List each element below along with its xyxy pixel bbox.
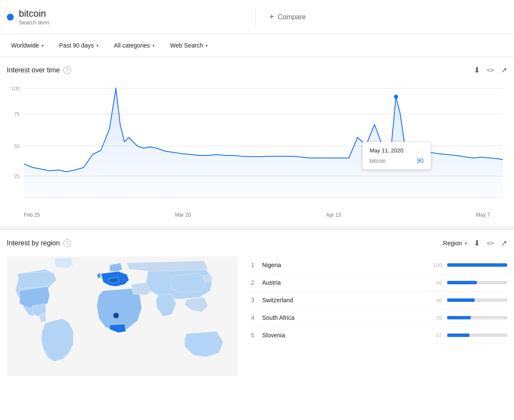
search-type-filter[interactable]: Web Search ▾ bbox=[166, 39, 212, 51]
region-controls: Region ▾ ⬇ <> ↗ bbox=[443, 238, 507, 248]
region-header: Interest by region ? Region ▾ ⬇ <> ↗ bbox=[7, 238, 507, 248]
time-label: Past 90 days bbox=[59, 42, 94, 49]
rank-3-score: 46 bbox=[429, 297, 442, 304]
rank-1-num: 1 bbox=[248, 262, 257, 268]
world-map bbox=[7, 256, 238, 376]
svg-text:50: 50 bbox=[14, 143, 20, 149]
location-dropdown-arrow: ▾ bbox=[42, 43, 44, 48]
ranking-row: 2 Austria 49 bbox=[248, 274, 507, 292]
region-title-area: Interest by region ? bbox=[7, 239, 71, 247]
x-label-4: May 7 bbox=[476, 212, 490, 218]
x-axis-labels: Feb 25 Mar 20 Apr 13 May 7 bbox=[7, 210, 507, 218]
rank-2-bar bbox=[447, 281, 477, 284]
interest-over-time-section: Interest over time ? ⬇ <> ↗ 100 75 50 25 bbox=[0, 57, 514, 226]
svg-text:25: 25 bbox=[14, 173, 20, 179]
search-term-text: bitcoin Search term bbox=[19, 8, 49, 26]
time-dropdown-arrow: ▾ bbox=[96, 43, 99, 48]
rank-5-num: 5 bbox=[248, 332, 257, 339]
rank-4-bar bbox=[447, 316, 471, 319]
region-body: 1 Nigeria 100 2 Austria 49 3 Switzerland… bbox=[7, 256, 507, 378]
category-label: All categories bbox=[114, 42, 150, 49]
help-icon[interactable]: ? bbox=[63, 66, 71, 74]
rank-2-score: 49 bbox=[429, 280, 442, 286]
rank-4-name: South Africa bbox=[262, 314, 424, 321]
section-divider bbox=[0, 226, 514, 230]
rankings-area: 1 Nigeria 100 2 Austria 49 3 Switzerland… bbox=[248, 256, 507, 378]
ranking-row: 1 Nigeria 100 bbox=[248, 256, 507, 274]
section-title-area: Interest over time ? bbox=[7, 66, 71, 74]
compare-button[interactable]: + Compare bbox=[256, 12, 508, 22]
x-label-2: Mar 20 bbox=[175, 212, 191, 218]
tooltip-dot bbox=[394, 95, 398, 99]
rank-3-num: 3 bbox=[248, 297, 257, 304]
svg-point-11 bbox=[113, 313, 119, 319]
search-type-label: Web Search bbox=[170, 42, 203, 49]
region-embed-icon[interactable]: <> bbox=[487, 240, 494, 247]
category-dropdown-arrow: ▾ bbox=[152, 43, 155, 48]
category-filter[interactable]: All categories ▾ bbox=[110, 39, 159, 51]
header: bitcoin Search term + Compare bbox=[0, 0, 514, 34]
rank-3-name: Switzerland bbox=[262, 297, 424, 304]
location-label: Worldwide bbox=[11, 42, 39, 49]
rank-5-bar-container bbox=[447, 334, 507, 337]
rank-2-name: Austria bbox=[262, 279, 424, 286]
chart-container: 100 75 50 25 bbox=[7, 82, 507, 210]
search-term-area: bitcoin Search term bbox=[7, 8, 256, 26]
download-icon[interactable]: ⬇ bbox=[474, 66, 480, 75]
rank-1-bar-container bbox=[447, 263, 507, 267]
search-type-dropdown-arrow: ▾ bbox=[206, 43, 208, 48]
share-icon[interactable]: ↗ bbox=[501, 66, 507, 75]
rank-1-score: 100 bbox=[429, 262, 442, 268]
rank-4-num: 4 bbox=[248, 314, 257, 321]
ranking-row: 4 South Africa 39 bbox=[248, 309, 507, 327]
section-actions: ⬇ <> ↗ bbox=[474, 66, 507, 75]
region-help-icon[interactable]: ? bbox=[63, 239, 71, 247]
plus-icon: + bbox=[269, 12, 275, 22]
rank-3-bar-container bbox=[447, 298, 507, 302]
time-filter[interactable]: Past 90 days ▾ bbox=[55, 39, 103, 51]
rank-1-bar bbox=[447, 263, 507, 267]
rank-1-name: Nigeria bbox=[262, 262, 424, 268]
rank-4-bar-container bbox=[447, 316, 507, 319]
map-area bbox=[7, 256, 238, 378]
interest-by-region-section: Interest by region ? Region ▾ ⬇ <> ↗ bbox=[0, 230, 514, 386]
rank-5-bar bbox=[447, 334, 469, 337]
filters-bar: Worldwide ▾ Past 90 days ▾ All categorie… bbox=[0, 34, 514, 57]
search-type: Search term bbox=[19, 19, 49, 26]
search-term: bitcoin bbox=[19, 8, 49, 19]
rank-5-score: 37 bbox=[429, 332, 442, 339]
x-label-1: Feb 25 bbox=[24, 212, 40, 218]
svg-marker-9 bbox=[24, 88, 503, 197]
region-dropdown-arrow: ▾ bbox=[465, 241, 467, 246]
section-header: Interest over time ? ⬇ <> ↗ bbox=[7, 66, 507, 75]
svg-text:100: 100 bbox=[11, 86, 20, 92]
region-type-dropdown[interactable]: Region ▾ bbox=[443, 240, 466, 247]
rank-2-bar-container bbox=[447, 281, 507, 284]
embed-icon[interactable]: <> bbox=[487, 67, 494, 74]
ranking-row: 5 Slovenia 37 bbox=[248, 327, 507, 344]
location-filter[interactable]: Worldwide ▾ bbox=[7, 39, 48, 51]
section-title: Interest over time bbox=[7, 66, 60, 74]
svg-text:75: 75 bbox=[14, 111, 20, 117]
region-dropdown-label: Region bbox=[443, 240, 462, 247]
rank-4-score: 39 bbox=[429, 315, 442, 321]
rank-3-bar bbox=[447, 298, 475, 302]
time-series-chart: 100 75 50 25 bbox=[7, 82, 507, 210]
rank-2-num: 2 bbox=[248, 279, 257, 286]
rank-5-name: Slovenia bbox=[262, 332, 424, 339]
region-share-icon[interactable]: ↗ bbox=[501, 238, 507, 248]
term-indicator-dot bbox=[7, 14, 14, 21]
region-section-title: Interest by region bbox=[7, 239, 60, 247]
region-download-icon[interactable]: ⬇ bbox=[474, 238, 480, 248]
x-label-3: Apr 13 bbox=[326, 212, 341, 218]
ranking-row: 3 Switzerland 46 bbox=[248, 292, 507, 309]
compare-label: Compare bbox=[278, 13, 306, 21]
